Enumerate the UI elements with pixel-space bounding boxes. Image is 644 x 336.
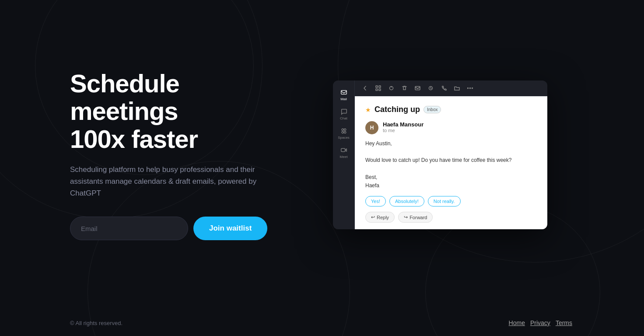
svg-rect-8 <box>376 89 378 91</box>
reply-icon: ↩ <box>371 214 375 220</box>
footer-link-home[interactable]: Home <box>507 319 527 326</box>
footer-copyright: © All rights reserved. <box>70 320 122 326</box>
app-mockup: Mail Chat <box>333 80 547 229</box>
app-toolbar <box>355 80 547 96</box>
svg-point-3 <box>342 131 343 133</box>
email-subject: Catching up <box>374 105 420 114</box>
quick-reply-yes[interactable]: Yes! <box>365 196 386 206</box>
snooze-button[interactable] <box>426 84 435 93</box>
svg-point-15 <box>472 88 472 89</box>
sidebar-item-mail[interactable]: Mail <box>335 86 353 103</box>
page-wrapper: Schedule meetings 100x faster Scheduling… <box>0 0 644 336</box>
main-content: Schedule meetings 100x faster Scheduling… <box>0 0 644 310</box>
forward-button[interactable]: ↪ Forward <box>398 212 433 223</box>
meet-icon <box>340 146 348 154</box>
sidebar-item-spaces[interactable]: Spaces <box>335 124 353 142</box>
sidebar-mail-label: Mail <box>340 97 347 101</box>
email-content-area: ★ Catching up Inbox H Haefa Mansour to m… <box>355 96 547 229</box>
svg-point-2 <box>344 129 346 130</box>
sidebar-meet-label: Meet <box>340 155 348 159</box>
forward-icon: ↪ <box>404 214 408 220</box>
star-icon: ★ <box>365 106 371 113</box>
email-button[interactable] <box>413 84 422 93</box>
footer-links: Home Privacy Terms <box>507 319 574 326</box>
more-button[interactable] <box>465 84 475 93</box>
footer-link-privacy[interactable]: Privacy <box>528 319 552 326</box>
left-section: Schedule meetings 100x faster Scheduling… <box>70 70 280 241</box>
quick-reply-not-really[interactable]: Not really. <box>428 196 461 206</box>
svg-point-13 <box>467 88 468 89</box>
email-form: Join waitlist <box>70 217 280 240</box>
app-email-main: ★ Catching up Inbox H Haefa Mansour to m… <box>355 80 547 229</box>
back-button[interactable] <box>360 84 370 93</box>
sender-avatar: H <box>365 121 378 134</box>
svg-rect-11 <box>415 87 420 90</box>
right-section: Mail Chat <box>306 80 574 229</box>
delete-button[interactable] <box>399 84 409 93</box>
mail-icon <box>340 88 348 96</box>
email-input[interactable] <box>70 217 188 240</box>
sidebar-chat-label: Chat <box>340 116 347 120</box>
svg-point-14 <box>469 88 470 89</box>
power-button[interactable] <box>386 84 396 93</box>
footer: © All rights reserved. Home Privacy Term… <box>0 310 644 336</box>
join-waitlist-button[interactable]: Join waitlist <box>193 217 267 240</box>
hero-subtitle: Scheduling platform to help busy profess… <box>70 164 258 200</box>
sender-name: Haefa Mansour <box>383 121 537 128</box>
svg-point-1 <box>342 129 343 130</box>
sidebar-item-meet[interactable]: Meet <box>335 144 353 161</box>
svg-rect-7 <box>379 86 381 88</box>
layout-button[interactable] <box>373 84 383 93</box>
svg-rect-9 <box>379 89 381 91</box>
email-sender-row: H Haefa Mansour to me <box>365 121 537 134</box>
email-subject-line: ★ Catching up Inbox <box>365 105 537 114</box>
sidebar-spaces-label: Spaces <box>338 136 350 140</box>
hero-title: Schedule meetings 100x faster <box>70 70 280 153</box>
chat-icon <box>340 108 348 116</box>
svg-rect-0 <box>341 90 346 94</box>
sender-to: to me <box>383 128 537 133</box>
sender-info: Haefa Mansour to me <box>383 121 537 133</box>
svg-rect-6 <box>376 86 378 88</box>
spaces-icon <box>340 127 348 135</box>
svg-point-4 <box>344 131 346 133</box>
folder-button[interactable] <box>452 84 462 93</box>
inbox-badge: Inbox <box>424 106 441 113</box>
call-button[interactable] <box>439 84 448 93</box>
sidebar-item-chat[interactable]: Chat <box>335 105 353 122</box>
app-sidebar: Mail Chat <box>333 80 355 229</box>
svg-rect-5 <box>341 148 345 151</box>
email-body-text: Hey Austin, Would love to catch up! Do y… <box>365 140 537 190</box>
quick-reply-absolutely[interactable]: Absolutely! <box>389 196 424 206</box>
reply-button[interactable]: ↩ Reply <box>365 212 395 223</box>
quick-replies: Yes! Absolutely! Not really. <box>365 196 537 206</box>
footer-link-terms[interactable]: Terms <box>554 319 574 326</box>
action-buttons: ↩ Reply ↪ Forward <box>365 212 537 223</box>
